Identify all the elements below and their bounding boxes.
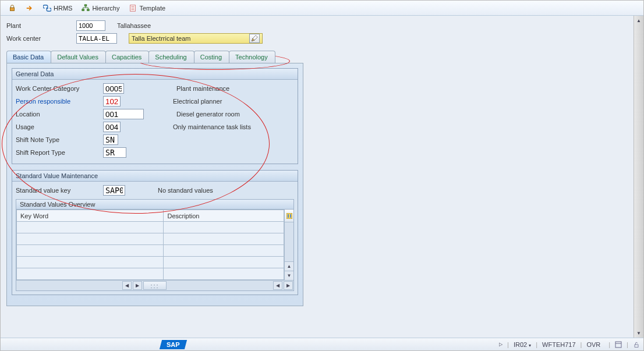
usage-label: Usage [16,123,103,130]
location-label: Location [16,111,103,118]
table-row[interactable] [17,233,284,245]
hierarchy-icon [82,4,90,12]
std-values-table: Key Word Description [16,210,284,280]
location-desc: Diesel generator room [176,111,240,118]
table-vscroll-track[interactable] [285,222,293,261]
location-input[interactable] [103,109,144,119]
toolbar-hierarchy-label: Hierarchy [92,5,119,12]
status-lock-button[interactable] [633,341,640,348]
shift-note-type-input[interactable] [103,134,118,145]
plant-label: Plant [6,22,76,29]
std-values-overview-title: Standard Values Overview [16,200,293,210]
svg-rect-8 [286,213,292,219]
triangle-left-icon: ◀ [276,283,279,288]
status-layout-button[interactable] [615,341,622,348]
table-hscroll-left-1[interactable]: ◀ [122,281,132,290]
toolbar-template-button[interactable]: Template [125,2,169,14]
table-hscroll-right-1[interactable]: ▶ [133,281,142,290]
toolbar-hrms-label: HRMS [54,5,72,12]
lock-open-icon [633,341,640,348]
pencil-icon [251,35,258,42]
link-icon [43,4,51,12]
workcenter-input[interactable] [76,33,117,44]
table-config-button[interactable] [285,210,293,222]
window-vscroll-up[interactable]: ▲ [634,16,643,25]
triangle-right-icon: ▶ [136,283,139,288]
std-value-group: Standard Value Maintenance Standard valu… [12,170,298,295]
table-vscroll-down[interactable]: ▼ [285,271,293,280]
sap-logo: SAP [160,340,187,349]
table-row[interactable] [17,245,284,257]
toolbar-back-button[interactable] [4,2,20,14]
toolbar-hrms-button[interactable]: HRMS [39,2,76,14]
shift-note-type-label: Shift Note Type [16,136,103,143]
template-icon [129,4,137,12]
table-hscroll-thumb[interactable]: ::: [143,281,167,290]
svg-rect-10 [290,214,291,218]
workcenter-label: Work center [6,35,76,42]
svg-rect-9 [288,214,289,218]
triangle-down-icon: ▼ [287,273,292,278]
person-responsible-input[interactable] [103,96,121,107]
triangle-right-icon: ▶ [286,283,290,288]
status-nav-icon[interactable]: ▷ [499,342,503,347]
tab-technology[interactable]: Technology [229,51,275,63]
std-value-key-label: Standard value key [16,187,103,194]
triangle-down-icon: ▼ [636,331,641,336]
window-vscroll-down[interactable]: ▼ [634,328,643,338]
toolbar-template-label: Template [139,5,165,12]
dropdown-icon: ▾ [529,343,531,348]
tab-basic-data[interactable]: Basic Data [6,51,51,63]
window-vscroll[interactable]: ▲ ▼ [634,16,643,338]
usage-input[interactable] [103,122,121,132]
std-value-title: Standard Value Maintenance [12,171,298,182]
status-system: WFTEH717 [542,341,575,348]
svg-rect-11 [615,342,621,348]
shift-report-type-input[interactable] [103,147,126,158]
app-toolbar: HRMS Hierarchy Template [1,1,643,16]
tab-capacities[interactable]: Capacities [105,51,149,63]
svg-rect-1 [85,4,87,6]
svg-rect-0 [10,8,15,10]
triangle-left-icon: ◀ [125,283,129,288]
workcenter-description-field[interactable]: Talla Electrrical team [129,33,263,44]
wc-category-label: Work Center Category [16,85,103,92]
plant-input[interactable] [76,20,105,31]
table-vscroll-up[interactable]: ▲ [285,261,293,271]
col-description[interactable]: Description [164,210,284,222]
layout-icon [615,341,622,348]
svg-rect-13 [635,345,638,348]
lock-icon [8,4,16,12]
triangle-up-icon: ▲ [636,18,641,23]
col-keyword[interactable]: Key Word [17,210,164,222]
tab-default-values[interactable]: Default Values [51,51,106,63]
table-row[interactable] [17,222,284,233]
usage-desc: Only maintenance task lists [173,123,251,130]
status-mode: OVR [586,341,600,348]
workcenter-description-text: Talla Electrrical team [132,35,190,42]
tab-strip: Basic Data Default Values Capacities Sch… [6,51,628,63]
tab-scheduling[interactable]: Scheduling [148,51,194,63]
triangle-up-icon: ▲ [287,264,292,269]
std-value-key-desc: No standard values [158,187,213,194]
tab-body: General Data Work Center Category Plant … [6,63,303,306]
general-data-group: General Data Work Center Category Plant … [12,68,298,164]
table-hscroll-left-2[interactable]: ◀ [273,281,282,290]
general-data-title: General Data [12,69,298,80]
svg-rect-3 [87,9,90,10]
toolbar-exec-button[interactable] [22,2,38,14]
wc-category-input[interactable] [103,83,124,94]
std-value-key-input[interactable] [103,185,125,196]
tab-costing[interactable]: Costing [194,51,229,63]
table-hscroll-right-2[interactable]: ▶ [284,281,293,290]
svg-rect-2 [82,9,84,10]
person-responsible-link[interactable]: Person responsible [16,98,103,105]
arrow-right-icon [26,4,34,12]
table-row[interactable] [17,268,284,280]
toolbar-hierarchy-button[interactable]: Hierarchy [77,2,123,14]
table-row[interactable] [17,257,284,268]
plant-description: Tallahassee [117,22,151,29]
long-text-button[interactable] [249,34,260,43]
status-tcode[interactable]: IR02 ▾ [514,341,531,348]
shift-report-type-label: Shift Report Type [16,149,103,156]
